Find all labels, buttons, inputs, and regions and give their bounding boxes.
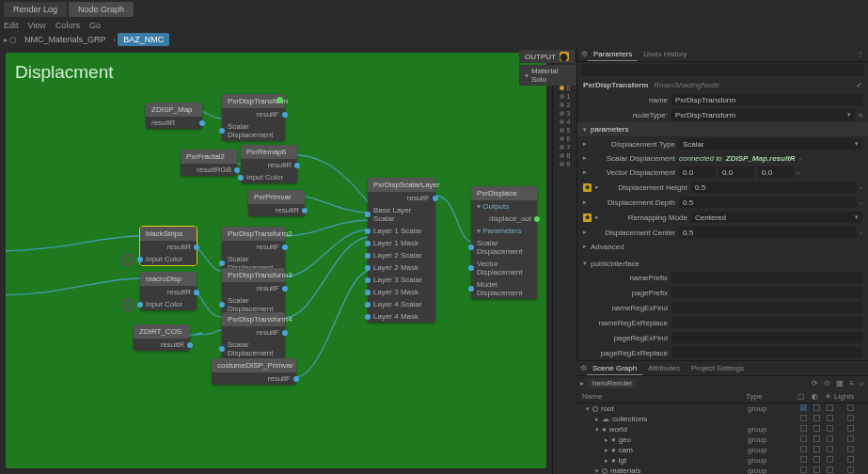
node-pxrdisptransform3[interactable]: PxrDispTransform3 resultF Scalar Displac… [222,268,285,315]
field-pageprefix[interactable] [671,287,862,298]
node-blackstrips[interactable]: blackStrips resultR Input Color [140,227,197,265]
tree-row[interactable]: ▾●world group [576,424,868,434]
field-nameregexfind[interactable] [671,302,862,313]
led-row[interactable]: 4 [560,118,571,125]
node-pxrdisplace[interactable]: PxrDisplace ▾ Outputs displace_out ▾ Par… [471,186,537,299]
tree-row[interactable]: ▸☁collections [576,414,868,424]
led-row[interactable]: 3 [560,110,571,117]
label-disp-center: Displacement Center [591,229,675,237]
panel-menu-icon[interactable]: ⋮ [857,50,864,58]
node-pxrdisptransform2[interactable]: PxrDispTransform2 resultF Scalar Displac… [222,227,285,274]
section-parameters[interactable]: ▾parameters [577,122,868,136]
label-nameprefix: namePrefix [583,274,668,282]
crumb-materials-grp[interactable]: NMC_Materials_GRP [19,33,112,46]
scene-breadcrumb[interactable]: heroRender [588,378,637,388]
led-row[interactable]: 9 [560,161,571,167]
tree-row[interactable]: ▾materials group [576,466,868,474]
field-disp-type[interactable]: Scalar [679,138,862,150]
tab-project-settings[interactable]: Project Settings [686,362,750,374]
node-pxrremap[interactable]: PxrRemap6 resultR Input Color [241,145,297,183]
grid-icon[interactable]: ▦ [836,379,844,387]
sync-icon[interactable]: ⟳ [812,379,818,387]
breadcrumb-box-icon[interactable]: ▢ [9,36,17,44]
node-port: resultF [222,241,285,253]
search-icon[interactable]: ⌕ [860,379,864,387]
node-graph-canvas[interactable]: Displacment ZDISP_Map resultR PxrDispTra… [6,53,546,468]
tab-undo-history[interactable]: Undo History [638,48,692,60]
menu-view[interactable]: View [28,21,46,30]
node-title: costumeDISP_Primvar [212,358,296,372]
field-pageregexfind[interactable] [671,332,862,343]
focus-icon[interactable]: ⊙ [824,379,830,387]
tab-render-log[interactable]: Render Log [4,2,67,17]
node-pxrdispscalarlayer[interactable]: PxrDispScalarLayer resultF Base Layer Sc… [368,178,435,323]
field-disp-depth[interactable]: 0.5 [679,197,857,208]
node-zdisp-map[interactable]: ZDISP_Map resultR [146,103,202,129]
field-vz[interactable]: 0.0 [758,166,794,178]
led-row[interactable]: 1 [560,93,571,100]
label-disp-depth: Displacement Depth [591,198,675,207]
output-strip: OUTPUT ⬤ ▾Material Solo 0123456789 [552,53,576,474]
section-advanced[interactable]: Advanced [591,243,624,251]
section-public-interface[interactable]: publicInterface [591,260,639,268]
col-type: Type [746,392,795,401]
tree-row[interactable]: ▾root group [576,403,868,414]
lock-icon[interactable]: ⎋ [859,112,862,118]
node-port: resultF [212,372,296,385]
node-pxrfractal2[interactable]: PxrFractal2 resultRGB [181,150,237,176]
col-c3-icon: ☀ [821,392,834,401]
field-name[interactable]: PxrDispTransform [671,94,862,105]
menu-go[interactable]: Go [89,21,101,30]
node-pxrprimvar[interactable]: PxrPrimvar resultR [248,190,305,216]
tab-parameters[interactable]: Parameters [588,48,638,61]
output-warning-icon[interactable]: ⬤ [560,52,569,61]
node-macrodisp[interactable]: macroDisp resultR Input Color [140,272,197,310]
crumb-baz-nmc[interactable]: BAZ_NMC [118,33,169,46]
node-pxrdisptransform[interactable]: PxrDispTransform resultF Scalar Displace… [222,94,285,141]
led-row[interactable]: 0 [560,85,571,91]
node-title: ZDIRT_COS [134,324,190,339]
filter-icon[interactable]: ≡ [849,379,854,387]
tree-row[interactable]: ▸●cam group [576,445,868,455]
label-vector-disp: Vector Displacement [591,168,675,177]
tab-scene-graph[interactable]: Scene Graph [587,362,642,375]
tree-row[interactable]: ▸●lgt group [576,455,868,466]
node-port: resultF [222,282,285,294]
gear-icon[interactable]: ⚙ [580,364,587,372]
tab-attributes[interactable]: Attributes [642,362,686,374]
field-nodetype[interactable]: PxrDispTransform [671,109,855,120]
tree-row[interactable]: ▸●geo group [576,434,868,445]
menu-colors[interactable]: Colors [55,21,80,30]
led-row[interactable]: 8 [560,152,571,159]
node-pxrdisptransform4[interactable]: PxrDispTransform4 resultF Scalar Displac… [222,312,285,359]
field-nameregexreplace[interactable] [671,317,862,328]
led-row[interactable]: 6 [560,135,571,142]
keyframe-icon[interactable]: ◆ [583,183,592,192]
led-row[interactable]: 7 [560,144,571,150]
field-disp-height[interactable]: 0.5 [691,182,857,193]
keyframe-icon[interactable]: ◆ [583,213,592,222]
field-vy[interactable]: 0.0 [718,166,754,178]
node-port: resultR [140,241,197,253]
gear-icon[interactable]: ⚙ [581,50,588,58]
node-zdirt-cos[interactable]: ZDIRT_COS resultR [134,324,190,351]
field-vx[interactable]: 0.0 [679,166,715,178]
field-pageregexreplace[interactable] [671,347,862,358]
node-costumedisp-primvar[interactable]: costumeDISP_Primvar resultF [212,358,296,385]
node-title: PxrRemap6 [241,145,297,159]
connected-target[interactable]: ZDISP_Map.resultR [726,154,796,163]
field-disp-center[interactable]: 0.5 [679,227,857,238]
field-remap[interactable]: Centered [691,212,862,223]
node-port-in: Scalar Displacement [471,237,537,258]
led-row[interactable]: 5 [560,127,571,134]
field-nameprefix[interactable] [671,272,862,283]
menu-edit[interactable]: Edit [4,21,19,30]
param-search[interactable] [581,64,864,76]
scene-history-icon[interactable]: ▸ [580,379,584,387]
tab-node-graph[interactable]: Node Graph [69,2,134,17]
breadcrumb-back-icon[interactable]: ▸ [4,36,8,44]
led-row[interactable]: 2 [560,102,571,108]
col-c2-icon: ◐ [808,392,821,401]
material-solo[interactable]: ▾Material Solo [519,65,576,86]
param-expand-icon[interactable]: ⤢ [856,81,862,89]
